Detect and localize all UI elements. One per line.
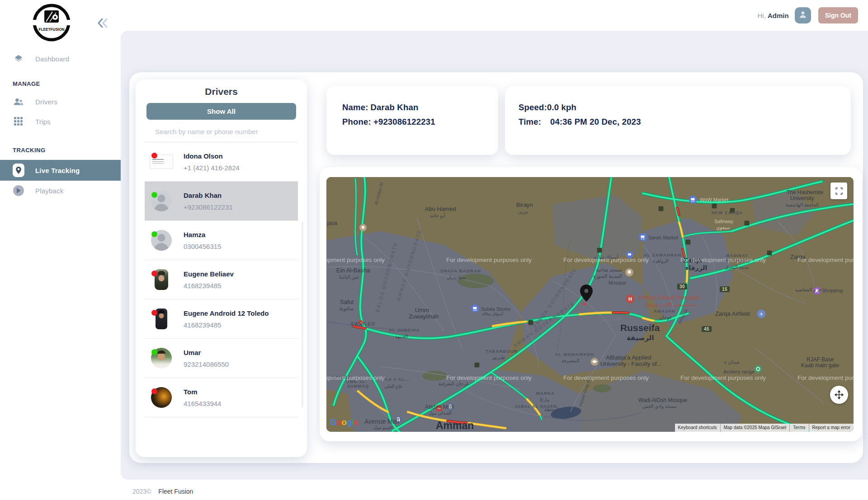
footer-brand: Fleet Fusion [158,488,193,495]
sidebar-item-label: Trips [35,118,51,126]
greeting-label: Hi, [757,12,765,19]
phone-label: Phone: [342,117,371,126]
sidebar-item-dashboard[interactable]: Dashboard [0,49,121,69]
name-label: Name: [342,103,368,112]
no-entry-icon [359,320,363,325]
drivers-panel: Drivers Show All Idona Olson+1 (421) 416… [136,79,307,457]
driver-row[interactable]: Darab Khan+923086122231 [145,182,298,221]
sidebar: FLEETFUSION Dashboard MANAGE Drivers [0,0,121,500]
status-dot-green [151,231,157,237]
pan-control-button[interactable] [830,386,848,404]
status-dot-red [151,153,157,159]
tracking-heading: TRACKING [13,147,121,154]
driver-phone: 4168239485 [184,282,234,290]
sidebar-item-label: Live Tracking [35,167,80,174]
market-icon [689,196,697,204]
driver-row[interactable]: Tom4165433944 [145,378,298,417]
sidebar-item-playback[interactable]: Playback [0,181,121,201]
attribution-item[interactable]: Terms [789,424,808,432]
mosque-icon [625,268,633,276]
sidebar-collapse-button[interactable] [97,17,109,29]
status-dot-green [151,349,157,355]
driver-row[interactable]: Umar923214086550 [145,339,298,378]
attribution-item[interactable]: Report a map error [809,424,854,432]
market-icon [626,251,633,258]
location-pin-icon [13,164,24,177]
sidebar-nav: Dashboard MANAGE Drivers Trips TRACKING [0,49,121,201]
attribution-item[interactable]: Keyboard shortcuts [675,424,720,432]
footer-year: 2023© [132,488,151,495]
fleetfusion-logo: FLEETFUSION [33,4,71,42]
layers-icon [13,54,24,64]
driver-avatar [150,387,173,408]
svg-text:✈: ✈ [760,312,763,317]
sidebar-item-label: Drivers [35,98,57,106]
time-line: Time:04:36 PM 20 Dec, 2023 [519,117,851,127]
sidebar-item-drivers[interactable]: Drivers [0,92,121,112]
driver-name: Eugene Beliaev [184,270,234,278]
show-all-button[interactable]: Show All [146,103,296,120]
live-tracking-map[interactable]: H ✈ Al-Urdon StjasaAbu Hamedأبو حامدBir [326,177,854,432]
sidebar-item-label: Dashboard [35,55,69,63]
no-entry-icon [436,405,442,411]
speed-line: Speed:0.0 kph [519,103,851,112]
topbar: Hi, Admin Sign Out [121,0,868,31]
driver-name: Hamza [184,231,221,238]
map-attribution: Keyboard shortcutsMap data ©2025 Mapa GI… [675,424,854,432]
list-scrollbar[interactable] [302,222,303,407]
driver-avatar [150,269,173,290]
time-value: 04:36 PM 20 Dec, 2023 [550,117,641,126]
map-card: H ✈ Al-Urdon StjasaAbu Hamedأبو حامدBir [320,167,862,441]
status-dot-green [151,192,157,198]
people-icon [13,97,24,107]
driver-row[interactable]: Hamza0300456315 [145,221,298,260]
drivers-panel-title: Drivers [136,79,307,97]
grid-icon [13,117,24,126]
driver-list: Idona Olson+1 (421) 416-2824Darab Khan+9… [145,142,298,417]
lock-icon [446,403,454,411]
driver-row[interactable]: Eugene Android 12 Toledo4168239485 [145,299,298,339]
mosque-icon [359,224,367,231]
driver-name: Tom [184,388,221,396]
google-logo[interactable]: Google [330,417,358,427]
driver-row[interactable]: Idona Olson+1 (421) 416-2824 [145,142,298,182]
google-logo-letter: o [341,417,346,427]
user-avatar-button[interactable] [795,7,811,23]
driver-search-input[interactable] [146,124,296,139]
driver-phone: +923086122231 [184,203,233,211]
footer: 2023© Fleet Fusion [132,488,193,495]
driver-avatar [150,347,173,369]
driver-name: Umar [184,349,229,356]
driver-avatar [150,151,173,173]
airport-icon: ✈ [757,310,766,318]
person-icon [798,10,807,21]
google-logo-letter: e [354,417,358,427]
archery-icon [755,365,762,373]
driver-avatar [150,308,173,330]
sidebar-item-trips[interactable]: Trips [0,112,121,131]
driver-phone: 0300456315 [184,243,221,250]
driver-phone: 4165433944 [184,400,221,407]
sidebar-item-live-tracking[interactable]: Live Tracking [0,160,121,181]
play-icon [13,185,24,196]
fullscreen-button[interactable] [830,182,847,199]
google-logo-letter: o [336,417,341,427]
driver-name-line: Name:Darab Khan [342,103,498,112]
map-canvas: H ✈ [326,177,854,432]
selected-driver-card: Name:Darab Khan Phone:+923086122231 [326,86,498,155]
name-value: Darab Khan [371,103,419,112]
market-icon [471,304,479,313]
attribution-item[interactable]: Map data ©2025 Mapa GISrael [720,424,790,432]
status-dot-red [151,388,157,394]
driver-phone-line: Phone:+923086122231 [342,117,498,127]
driver-name: Eugene Android 12 Toledo [184,309,269,317]
driver-avatar [150,190,173,212]
lock-icon [394,416,402,424]
hospital-icon: H [626,295,635,304]
google-logo-letter: g [347,417,352,427]
signout-button[interactable]: Sign Out [818,7,858,23]
driver-name: Darab Khan [184,192,233,199]
driver-row[interactable]: Eugene Beliaev4168239485 [145,260,298,299]
status-dot-red [151,271,157,276]
fleet-tracking-app: Hi, Admin Sign Out FLEETFUSION [0,0,868,500]
